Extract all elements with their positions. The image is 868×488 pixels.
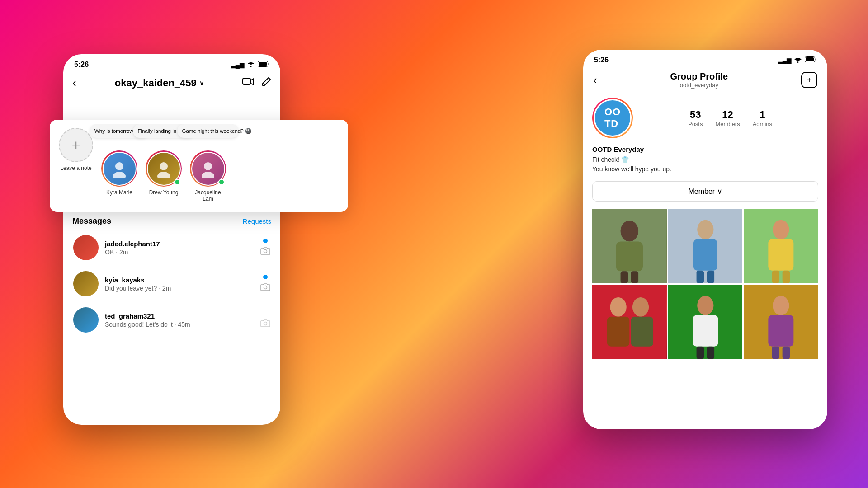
compose-icon[interactable] xyxy=(261,77,271,89)
svg-point-21 xyxy=(697,220,713,239)
camera-icon-jaded[interactable] xyxy=(260,247,270,257)
messages-section-header: Messages Requests xyxy=(63,211,280,230)
back-button-right[interactable]: ‹ xyxy=(593,73,597,87)
unread-dot-kyia xyxy=(263,275,268,279)
svg-rect-24 xyxy=(707,271,714,283)
stat-posts-label: Posts xyxy=(688,121,703,127)
photo-cell-6[interactable] xyxy=(744,285,818,359)
right-phone: 5:26 ▂▄▆ ‹ Group Profile ootd_everyday +… xyxy=(583,50,827,429)
avatar-jaded xyxy=(73,235,99,260)
no-unread-ted xyxy=(263,311,268,315)
svg-point-11 xyxy=(264,286,267,289)
svg-point-5 xyxy=(160,162,168,170)
svg-rect-2 xyxy=(243,78,250,84)
msg-content-jaded: jaded.elephant17 OK · 2m xyxy=(105,240,254,256)
msg-content-ted: ted_graham321 Sounds good! Let's do it ·… xyxy=(105,312,254,328)
messages-title: Messages xyxy=(72,216,111,226)
stat-admins: 1 Admins xyxy=(753,109,772,127)
chevron-down-icon: ∨ xyxy=(199,80,204,87)
kyra-label: Kyra Marie xyxy=(106,189,132,196)
stat-admins-label: Admins xyxy=(753,121,772,127)
msg-preview-kyia: Did you leave yet? · 2m xyxy=(105,285,254,292)
svg-rect-34 xyxy=(631,316,653,346)
stat-admins-number: 1 xyxy=(760,109,765,121)
photo-cell-1[interactable] xyxy=(592,209,667,283)
group-subtitle: ootd_everyday xyxy=(670,82,728,89)
msg-right-kyia xyxy=(260,275,270,293)
username-title[interactable]: okay_kaiden_459 ∨ xyxy=(115,77,204,89)
member-button[interactable]: Member ∨ xyxy=(592,181,818,202)
group-stats: 53 Posts 12 Members 1 Admins xyxy=(642,109,818,127)
time-right: 5:26 xyxy=(594,56,609,64)
video-call-icon[interactable] xyxy=(242,77,254,89)
group-profile-title: Group Profile xyxy=(670,71,728,82)
signal-icon-right: ▂▄▆ xyxy=(778,57,791,64)
jacqueline-online-dot xyxy=(218,179,225,185)
msg-preview-jaded: OK · 2m xyxy=(105,249,254,256)
battery-icon-left xyxy=(258,61,269,68)
username-text: okay_kaiden_459 xyxy=(115,77,197,89)
msg-preview-ted: Sounds good! Let's do it · 45m xyxy=(105,321,254,328)
svg-rect-44 xyxy=(783,346,790,359)
stories-panel: + Leave a note Why is tomorrow Monday!? … xyxy=(50,120,348,212)
message-item[interactable]: ted_graham321 Sounds good! Let's do it ·… xyxy=(67,302,277,338)
unread-dot-jaded xyxy=(263,239,268,243)
message-item[interactable]: jaded.elephant17 OK · 2m xyxy=(67,230,277,266)
stat-members: 12 Members xyxy=(715,109,740,127)
stories-scroll: + Leave a note Why is tomorrow Monday!? … xyxy=(50,124,348,206)
svg-rect-23 xyxy=(696,271,703,283)
svg-rect-38 xyxy=(696,346,703,359)
msg-username-kyia: kyia_kayaks xyxy=(105,276,254,284)
msg-username-jaded: jaded.elephant17 xyxy=(105,240,254,248)
bio-line1: Fit check! 👕 xyxy=(592,155,818,164)
group-profile-body: OOTD 53 Posts 12 Members 1 Admins OOTD E… xyxy=(583,93,827,363)
photo-cell-2[interactable] xyxy=(668,209,743,283)
jacqueline-note-bubble: Game night this weekend? 🎱 xyxy=(178,124,239,138)
story-jacqueline[interactable]: Game night this weekend? 🎱 Jacqueline La… xyxy=(190,150,226,202)
group-info-row: OOTD 53 Posts 12 Members 1 Admins xyxy=(592,98,818,138)
svg-rect-19 xyxy=(631,271,638,283)
svg-rect-17 xyxy=(616,241,643,271)
requests-link[interactable]: Requests xyxy=(243,217,271,225)
svg-rect-27 xyxy=(769,239,794,271)
time-left: 5:26 xyxy=(74,61,89,69)
svg-rect-1 xyxy=(259,62,267,66)
svg-point-10 xyxy=(264,249,267,253)
nav-icons xyxy=(242,77,271,89)
svg-point-4 xyxy=(113,172,126,178)
add-note-item[interactable]: + Leave a note xyxy=(59,128,93,202)
svg-point-16 xyxy=(621,221,639,241)
svg-point-8 xyxy=(202,172,214,178)
message-item[interactable]: kyia_kayaks Did you leave yet? · 2m xyxy=(67,266,277,302)
add-to-group-button[interactable]: + xyxy=(801,72,817,88)
avatar-ted xyxy=(73,307,99,333)
group-bio: OOTD Everyday Fit check! 👕 You know we'l… xyxy=(592,145,818,174)
svg-rect-18 xyxy=(621,271,628,283)
svg-rect-42 xyxy=(769,315,794,346)
photo-cell-4[interactable] xyxy=(592,285,667,359)
drew-label: Drew Young xyxy=(149,189,179,196)
avatar-kyia xyxy=(73,271,99,296)
status-bar-left: 5:26 ▂▄▆ xyxy=(63,54,280,72)
kyra-avatar-ring xyxy=(101,150,137,187)
plus-icon: + xyxy=(807,75,812,85)
stat-posts: 53 Posts xyxy=(688,109,703,127)
member-btn-label: Member ∨ xyxy=(688,187,722,196)
svg-point-6 xyxy=(157,172,170,178)
messages-section: Search Messages Requests jaded.elephant1… xyxy=(63,190,280,347)
status-icons-left: ▂▄▆ xyxy=(231,61,269,69)
battery-icon-right xyxy=(805,56,816,64)
photo-cell-5[interactable] xyxy=(668,285,743,359)
story-kyra[interactable]: Why is tomorrow Monday!? 😩 Kyra Marie xyxy=(101,150,137,202)
photo-cell-3[interactable] xyxy=(744,209,818,283)
svg-point-31 xyxy=(610,297,627,317)
camera-icon-ted[interactable] xyxy=(260,319,270,329)
group-avatar-inner: OOTD xyxy=(594,99,632,137)
msg-content-kyia: kyia_kayaks Did you leave yet? · 2m xyxy=(105,276,254,292)
svg-rect-39 xyxy=(707,346,714,359)
story-drew[interactable]: Finally landing in NYC! ❤️ Drew Young xyxy=(146,150,182,202)
back-button-left[interactable]: ‹ xyxy=(72,76,76,90)
nav-bar-left: ‹ okay_kaiden_459 ∨ xyxy=(63,72,280,95)
stat-members-label: Members xyxy=(715,121,740,127)
camera-icon-kyia[interactable] xyxy=(260,283,270,293)
